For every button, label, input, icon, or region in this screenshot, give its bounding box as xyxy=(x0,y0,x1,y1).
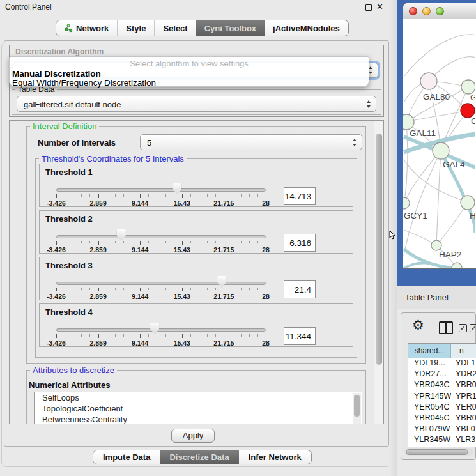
network-nodes[interactable] xyxy=(403,73,475,269)
table-row[interactable]: YBR043CYBR0 xyxy=(408,380,476,391)
threshold-slider[interactable]: -3.4262.8599.14415.4321.71528 xyxy=(56,164,266,208)
cell-shared-name[interactable]: YLR345W xyxy=(408,435,451,446)
network-window-titlebar[interactable] xyxy=(403,3,476,19)
minor-tick xyxy=(157,241,157,243)
slider-thumb[interactable] xyxy=(217,276,226,288)
table-row[interactable]: YLR345WYLR3 xyxy=(408,435,476,446)
cell-shared-name[interactable]: YBL079W xyxy=(408,424,451,435)
cell-name[interactable]: YLR3 xyxy=(451,435,476,446)
minor-tick xyxy=(233,241,233,243)
table-horizontal-scrollbar[interactable] xyxy=(404,448,473,456)
cell-name[interactable]: YDL1 xyxy=(451,358,476,369)
attributes-list-scrollbar[interactable] xyxy=(353,393,361,424)
cell-name[interactable]: YPR1 xyxy=(451,392,476,403)
settings-vertical-scrollbar[interactable] xyxy=(374,121,383,424)
list-item[interactable]: BetweennessCentrality xyxy=(35,414,362,424)
minor-tick xyxy=(132,288,132,290)
slider-track[interactable] xyxy=(56,328,266,332)
cell-shared-name[interactable]: YPR145W xyxy=(408,392,451,403)
table-row[interactable]: YPR145WYPR1 xyxy=(408,392,476,403)
gear-icon[interactable]: ⚙ xyxy=(412,318,424,333)
table-row[interactable]: YBR045CYBR0 xyxy=(408,413,476,424)
tab-impute-data[interactable]: Impute Data xyxy=(93,450,160,464)
slider-thumb[interactable] xyxy=(117,229,126,241)
scrollbar-thumb[interactable] xyxy=(406,449,468,455)
node-label: C xyxy=(471,116,475,126)
minor-tick xyxy=(81,288,82,290)
column-header-shared-name[interactable]: shared... xyxy=(408,344,451,358)
node-h xyxy=(461,196,475,210)
tab-cyni-toolbox[interactable]: Cyni Toolbox xyxy=(196,20,265,36)
slider-track[interactable] xyxy=(56,235,266,238)
close-icon[interactable]: ✕ xyxy=(376,2,383,12)
threshold-value-field[interactable]: 14.713 xyxy=(284,187,316,205)
number-of-intervals-combobox[interactable]: 5 xyxy=(140,134,362,150)
checkbox-icon[interactable]: ✓ xyxy=(470,324,476,332)
threshold-slider[interactable]: -3.4262.8599.14415.4321.71528 xyxy=(56,211,266,254)
network-canvas[interactable]: GAL80 GA C GAL11 GAL4 GCY1 H HAP2 xyxy=(403,19,476,268)
minor-tick xyxy=(107,241,107,243)
dropdown-option-equal-width[interactable]: Equal Width/Frequency Discretization xyxy=(12,78,156,88)
cell-shared-name[interactable]: YDR27... xyxy=(408,369,451,380)
minimize-traffic-light-icon[interactable] xyxy=(422,7,431,15)
zoom-traffic-light-icon[interactable] xyxy=(436,7,444,15)
tab-select[interactable]: Select xyxy=(154,20,196,36)
table-row[interactable]: YBL079WYBL0 xyxy=(408,424,476,435)
scrollbar-thumb[interactable] xyxy=(354,395,360,417)
threshold-slider[interactable]: -3.4262.8599.14415.4321.71528 xyxy=(56,257,266,301)
cell-shared-name[interactable]: YDL19... xyxy=(408,358,451,369)
cell-shared-name[interactable]: YBR043C xyxy=(408,380,451,391)
cell-shared-name[interactable]: YER054C xyxy=(408,403,451,413)
list-item[interactable]: SelfLoops xyxy=(35,392,362,403)
minor-tick xyxy=(107,288,107,290)
cell-name[interactable]: YBR0 xyxy=(451,413,476,424)
algorithm-placeholder-option[interactable]: Select algorithm to view settings xyxy=(10,59,369,68)
tab-discretize-data[interactable]: Discretize Data xyxy=(160,450,238,464)
interval-definition-title: Interval Definition xyxy=(30,121,99,131)
cell-name[interactable]: YBR0 xyxy=(451,380,476,391)
minor-tick xyxy=(199,241,199,243)
numerical-attributes-list[interactable]: SelfLoopsTopologicalCoefficientBetweenne… xyxy=(34,392,362,424)
list-item[interactable]: TopologicalCoefficient xyxy=(35,403,362,414)
slider-track[interactable] xyxy=(56,282,266,285)
dropdown-option-manual-discretization[interactable]: Manual Discretization xyxy=(12,69,101,79)
slider-track[interactable] xyxy=(56,188,266,192)
cell-name[interactable]: YIL0 xyxy=(451,447,476,448)
cell-shared-name[interactable]: YBR045C xyxy=(408,413,451,424)
float-window-icon[interactable] xyxy=(365,4,372,11)
minor-tick xyxy=(89,241,90,243)
major-tick xyxy=(224,194,224,198)
table-row[interactable]: YDR27...YDR2 xyxy=(408,369,476,380)
scrollbar-thumb[interactable] xyxy=(376,134,382,365)
cell-shared-name[interactable]: YIL052C xyxy=(408,447,451,448)
minor-tick xyxy=(115,194,116,197)
tab-infer-network[interactable]: Infer Network xyxy=(239,450,311,464)
threshold-slider[interactable]: -3.4262.8599.14415.4321.71528 xyxy=(56,304,266,348)
slider-thumb[interactable] xyxy=(173,183,181,194)
checkbox-icon[interactable]: ✓ xyxy=(459,324,467,332)
column-header-name[interactable]: n xyxy=(451,344,476,358)
threshold-value-field[interactable]: 6.316 xyxy=(284,234,316,252)
minor-tick xyxy=(174,334,174,337)
threshold-value-field[interactable]: 21.4 xyxy=(284,280,316,298)
cell-name[interactable]: YBL0 xyxy=(451,424,476,435)
columns-icon[interactable] xyxy=(439,321,453,334)
combo-arrows-icon xyxy=(353,139,357,146)
major-tick xyxy=(224,334,224,338)
table-data-combobox[interactable]: galFiltered.sif default node xyxy=(17,96,376,112)
tab-style[interactable]: Style xyxy=(117,20,154,36)
major-tick xyxy=(98,288,99,291)
table-row[interactable]: YDL19...YDL1 xyxy=(408,358,476,369)
threshold-value-field[interactable]: 11.344 xyxy=(284,327,316,345)
slider-thumb[interactable] xyxy=(150,323,159,334)
table-row[interactable]: YIL052CYIL0 xyxy=(408,447,476,448)
tab-network[interactable]: Network xyxy=(56,20,117,36)
minor-tick xyxy=(190,241,191,243)
cell-name[interactable]: YDR2 xyxy=(451,369,476,380)
tab-jactivemnodules[interactable]: jActiveMNodules xyxy=(265,20,348,36)
close-traffic-light-icon[interactable] xyxy=(409,7,417,15)
table-row[interactable]: YER054CYER0 xyxy=(408,403,476,413)
apply-button[interactable]: Apply xyxy=(171,429,215,443)
cell-name[interactable]: YER0 xyxy=(451,403,476,413)
control-panel-title: Control Panel xyxy=(5,3,52,12)
